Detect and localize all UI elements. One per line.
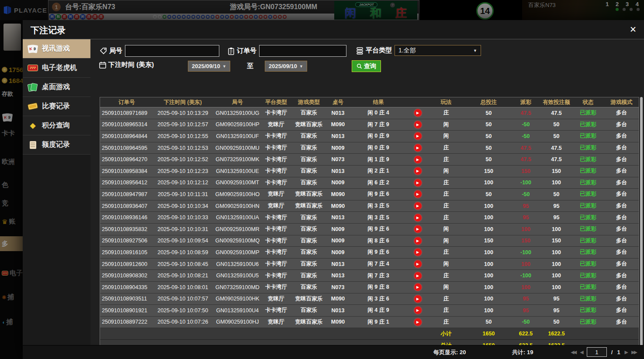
date-to-select[interactable]: 2025/09/10 ▼ [265,61,307,72]
play-video-button[interactable]: ▶ [414,109,422,117]
round-filter-group: 局号 [100,45,219,57]
table-cell: 2025-09-10 10:12:52 [153,154,212,165]
table-cell: 100 [466,305,512,316]
play-video-button[interactable]: ▶ [414,295,422,303]
sidebar-item-video-games[interactable]: K9视讯游戏 [23,39,90,59]
query-button-label: 查询 [364,62,376,70]
play-video-button[interactable]: ▶ [414,167,422,175]
table-cell: 庄 [426,177,466,189]
column-header: 桌号 [328,97,348,107]
payout-cell: -50 [512,131,540,142]
summary-value [263,328,290,339]
summary-value [348,328,409,339]
platform-select[interactable]: 1.全部 ▼ [395,45,481,56]
first-page-icon[interactable]: ◀◀ [571,349,575,355]
sidebar-item-table-games[interactable]: 桌面游戏 [23,78,90,97]
table-cell: 卡卡湾厅 [263,282,290,293]
page-number-input[interactable] [587,347,607,357]
prev-page-icon[interactable]: ◀ [580,349,582,355]
play-video-button[interactable]: ▶ [414,190,422,198]
play-video-button[interactable]: ▶ [414,307,422,314]
table-cell: 2025-09-10 10:08:45 [153,259,212,270]
table-cell: N073 [328,282,348,293]
date-from-group: 2025/09/10 ▼ [188,61,230,72]
order-no-cell: 250910108912600 [100,259,153,270]
record-count-label: 共计: 19 [512,349,533,356]
status-cell: 已派彩 [573,200,603,212]
table-cell: 闲 9 庄 6 [348,247,409,258]
table-cell: 100 [466,177,512,189]
tag-icon [100,47,107,55]
chevron-down-icon: ▼ [222,64,226,69]
summary-value [100,328,153,339]
chevron-down-icon: ▼ [473,48,477,53]
table-cell: GM090259100HN [212,200,263,212]
play-video-button[interactable]: ▶ [414,202,422,210]
round-filter-label: 局号 [109,47,122,55]
platform-filter-label: 平台类型 [366,46,392,55]
sidebar-item-slot-machines[interactable]: 777电子老虎机 [23,59,90,78]
play-video-button[interactable]: ▶ [414,318,422,326]
order-no-cell: 250910108935832 [100,224,153,235]
play-cell: ▶ [409,259,426,270]
query-button[interactable]: 查询 [352,60,381,72]
table-cell: 卡卡湾厅 [263,270,290,281]
play-video-button[interactable]: ▶ [414,260,422,268]
table-cell: 47.5 [540,154,573,165]
bet-records-modal: 下注记录 ✕ K9视讯游戏777电子老虎机桌面游戏比赛记录◆积分查询额度记录 局… [23,20,644,359]
last-page-icon[interactable]: ▶▶ [631,349,636,355]
table-cell: 竞咪百家乐 [290,189,328,200]
table-scrollbar[interactable] [640,97,643,359]
table-cell: GN009259100MU [212,142,263,154]
table-cell: 竞咪百家乐 [290,200,328,212]
play-cell: ▶ [409,235,426,247]
modal-sidebar: K9视讯游戏777电子老虎机桌面游戏比赛记录◆积分查询额度记录 [23,39,90,359]
order-no-cell: 250910108964844 [100,131,153,142]
table-cell: 150 [540,166,573,177]
sidebar-item-match-records[interactable]: 比赛记录 [23,97,90,116]
sidebar-item-credit-records[interactable]: 额度记录 [23,135,90,155]
table-cell: 50 [466,119,512,131]
play-video-button[interactable]: ▶ [414,121,422,128]
play-video-button[interactable]: ▶ [414,249,422,256]
play-video-button[interactable]: ▶ [414,237,422,245]
ticket-icon [28,103,38,110]
platform-list-icon [356,47,364,55]
play-video-button[interactable]: ▶ [414,132,422,140]
modal-content: 局号 订单号 平台类型 1.全部 ▼ 下注时间 (美东) [90,39,644,359]
order-no-cell: 250910108927506 [100,235,153,247]
table-cell: N013 [328,131,348,142]
table-row: 2509101089358322025-09-10 10:10:31GN0092… [100,224,639,235]
table-cell: 100 [540,259,573,270]
play-video-button[interactable]: ▶ [414,144,422,152]
play-video-button[interactable]: ▶ [414,214,422,221]
summary-value [153,328,212,339]
table-cell: 50 [466,142,512,154]
order-input[interactable] [259,45,346,57]
play-video-button[interactable]: ▶ [414,272,422,280]
table-cell: 2025-09-10 10:09:54 [153,235,212,247]
round-input[interactable] [125,45,219,57]
status-cell: 已派彩 [573,224,603,235]
table-cell: 50 [466,154,512,165]
date-from-select[interactable]: 2025/09/10 ▼ [188,61,230,72]
table-cell: 闲 1 庄 9 [348,154,409,165]
date-range-to-label: 至 [247,62,253,70]
table-cell: GM090259100HK [212,293,263,305]
close-icon[interactable]: ✕ [627,24,639,35]
payout-cell: 150 [512,235,540,247]
play-video-button[interactable]: ▶ [414,179,422,186]
table-row: 2509101089275062025-09-10 10:09:54GN0092… [100,235,639,247]
sidebar-item-points-query[interactable]: ◆积分查询 [23,116,90,135]
table-cell: 150 [466,166,512,177]
play-video-button[interactable]: ▶ [414,156,422,163]
next-page-icon[interactable]: ▶ [625,349,627,355]
table-cell: 100 [466,259,512,270]
table-cell: GN009259100MT [212,177,263,189]
table-cell: 多台 [603,131,640,142]
play-video-button[interactable]: ▶ [414,225,422,233]
table-cell: 100 [540,247,573,258]
table-cell: 竞咪厅 [263,200,290,212]
table-cell: N009 [328,142,348,154]
play-video-button[interactable]: ▶ [414,283,422,291]
